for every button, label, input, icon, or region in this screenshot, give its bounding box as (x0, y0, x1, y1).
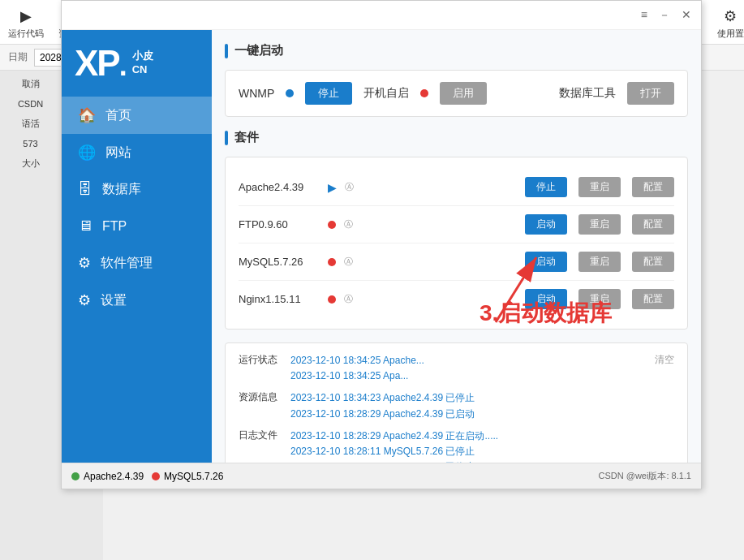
ftp-name: FTP0.9.60 (239, 218, 320, 230)
log-run-status-row: 运行状态 2023-12-10 18:34:25 Apache... 2023-… (239, 353, 674, 384)
xp-titlebar: ≡ － ✕ (62, 1, 701, 30)
date-label: 日期 (8, 50, 28, 64)
apache-stop-button[interactable]: 停止 (525, 177, 567, 197)
statusbar-csdn: CSDN @wei版本: 8.1.1 (599, 470, 691, 482)
enable-button[interactable]: 启用 (440, 82, 487, 105)
log-resource-row: 资源信息 2023-12-10 18:34:23 Apache2.4.39 已停… (239, 390, 674, 421)
logo-subtitle: 小皮 (132, 50, 153, 63)
quick-start-title: 一键启动 (225, 43, 688, 58)
log-run-status-values: 2023-12-10 18:34:25 Apache... 2023-12-10… (290, 353, 645, 384)
log-file-value-3: 2023-12-10 18:28:10 Apache2.4.39 已停止 (290, 459, 674, 463)
settings-nav-icon: ⚙ (78, 291, 91, 309)
toolbar-run-code[interactable]: ▶ 运行代码 (8, 5, 44, 40)
home-icon: 🏠 (78, 106, 96, 124)
minimize-button[interactable]: － (659, 8, 670, 23)
xp-panel: ≡ － ✕ XP . 小皮 CN (61, 0, 702, 489)
nginx-restart-button[interactable]: 重启 (578, 289, 621, 309)
mysql-name: MySQL5.7.26 (239, 256, 320, 268)
log-file-row: 日志文件 2023-12-10 18:28:29 Apache2.4.39 正在… (239, 429, 674, 463)
nav-ftp-label: FTP (102, 219, 127, 234)
apache-status-indicator (71, 472, 80, 480)
settings-icon: ⚙ (719, 5, 742, 28)
apache-auto-icon: Ⓐ (345, 181, 354, 193)
wnmp-label: WNMP (239, 87, 274, 100)
left-sidebar: 取消 CSDN 语活 573 大小 (0, 71, 61, 560)
nav-ftp[interactable]: 🖥 FTP (62, 208, 212, 244)
suite-panel: Apache2.4.39 ▶ Ⓐ 停止 重启 配置 FTP0.9.60 Ⓐ (225, 157, 688, 330)
ftp-start-button[interactable]: 启动 (525, 214, 567, 235)
log-file-values: 2023-12-10 18:28:29 Apache2.4.39 正在启动...… (290, 429, 674, 463)
suite-row-apache: Apache2.4.39 ▶ Ⓐ 停止 重启 配置 (239, 169, 674, 206)
nav-software[interactable]: ⚙ 软件管理 (62, 244, 212, 282)
suite-title: 套件 (225, 130, 688, 145)
ftp-config-button[interactable]: 配置 (632, 214, 674, 235)
nginx-status-dot (328, 295, 336, 304)
db-tool-label: 数据库工具 (559, 86, 616, 101)
nav-website-label: 网站 (105, 144, 131, 162)
log-run-value-1: 2023-12-10 18:34:25 Apache... (290, 353, 645, 368)
open-button[interactable]: 打开 (627, 82, 674, 105)
sidebar-573[interactable]: 573 (0, 136, 61, 152)
mysql-status-indicator (152, 472, 160, 480)
mysql-status-dot (328, 258, 336, 266)
log-resource-value-1: 2023-12-10 18:34:23 Apache2.4.39 已停止 (290, 390, 674, 406)
logo-cn-block: 小皮 CN (132, 50, 153, 77)
apache-config-button[interactable]: 配置 (632, 177, 674, 197)
ftp-auto-icon: Ⓐ (344, 218, 353, 230)
log-clear-button[interactable]: 清空 (655, 353, 674, 384)
suite-row-ftp: FTP0.9.60 Ⓐ 启动 重启 配置 (239, 206, 674, 243)
log-file-key: 日志文件 (239, 429, 281, 463)
xp-body: XP . 小皮 CN 🏠 首页 🌐 网站 (62, 30, 701, 463)
logo-cn-text: CN (132, 63, 153, 77)
software-icon: ⚙ (78, 254, 91, 272)
website-icon: 🌐 (78, 144, 96, 162)
log-section: 运行状态 2023-12-10 18:34:25 Apache... 2023-… (225, 342, 688, 463)
nginx-config-button[interactable]: 配置 (632, 289, 674, 309)
xp-logo: XP . 小皮 CN (62, 30, 212, 90)
mysql-config-button[interactable]: 配置 (632, 252, 674, 272)
apache-name: Apache2.4.39 (239, 181, 320, 193)
mysql-start-button[interactable]: 启动 (525, 252, 567, 272)
xp-content: 一键启动 WNMP 停止 开机自启 启用 数据库工具 打开 套件 (212, 30, 701, 463)
autostart-status-dot (420, 89, 428, 97)
mysql-restart-button[interactable]: 重启 (578, 252, 621, 272)
close-button[interactable]: ✕ (682, 8, 691, 23)
toolbar-settings-label: 使用置 (717, 28, 744, 40)
apache-restart-button[interactable]: 重启 (578, 177, 621, 197)
sidebar-cancel[interactable]: 取消 (0, 75, 61, 93)
xp-nav: 🏠 首页 🌐 网站 🗄 数据库 🖥 FTP (62, 90, 212, 463)
sidebar-csdn[interactable]: CSDN (0, 96, 61, 112)
database-icon: 🗄 (78, 181, 92, 198)
log-run-value-2: 2023-12-10 18:34:25 Apa... (290, 368, 645, 384)
nav-website[interactable]: 🌐 网站 (62, 134, 212, 171)
stop-button[interactable]: 停止 (305, 82, 352, 105)
sidebar-yuehuo[interactable]: 语活 (0, 114, 61, 133)
menu-button[interactable]: ≡ (641, 8, 647, 23)
log-resource-values: 2023-12-10 18:34:23 Apache2.4.39 已停止 202… (290, 390, 674, 421)
apache-play-icon[interactable]: ▶ (328, 181, 337, 194)
sidebar-size[interactable]: 大小 (0, 154, 61, 173)
toolbar-settings[interactable]: ⚙ 使用置 (712, 5, 744, 40)
nginx-auto-icon: Ⓐ (344, 293, 353, 305)
log-file-value-1: 2023-12-10 18:28:29 Apache2.4.39 正在启动...… (290, 429, 674, 444)
ftp-restart-button[interactable]: 重启 (578, 214, 621, 235)
logo-dot: . (119, 49, 127, 83)
logo-xp: XP . (75, 43, 127, 84)
window-controls: ≡ － ✕ (641, 8, 691, 23)
nav-settings[interactable]: ⚙ 设置 (62, 282, 212, 319)
apache-status-label: Apache2.4.39 (84, 471, 144, 482)
statusbar-apache: Apache2.4.39 (71, 471, 144, 482)
logo-xp-text: XP (75, 43, 119, 84)
statusbar-mysql: MySQL5.7.26 (152, 471, 223, 482)
xp-statusbar: Apache2.4.39 MySQL5.7.26 CSDN @wei版本: 8.… (62, 463, 701, 489)
nav-software-label: 软件管理 (101, 255, 153, 272)
toolbar-run-code-label: 运行代码 (8, 28, 44, 40)
suite-row-mysql: MySQL5.7.26 Ⓐ 启动 重启 配置 (239, 243, 674, 281)
log-resource-key: 资源信息 (239, 390, 281, 421)
nav-home[interactable]: 🏠 首页 (62, 97, 212, 134)
log-run-status-key: 运行状态 (239, 353, 281, 384)
nginx-start-button[interactable]: 启动 (525, 289, 567, 309)
log-file-value-2: 2023-12-10 18:28:11 MySQL5.7.26 已停止 (290, 444, 674, 459)
nav-settings-label: 设置 (101, 292, 127, 309)
nav-database[interactable]: 🗄 数据库 (62, 171, 212, 208)
